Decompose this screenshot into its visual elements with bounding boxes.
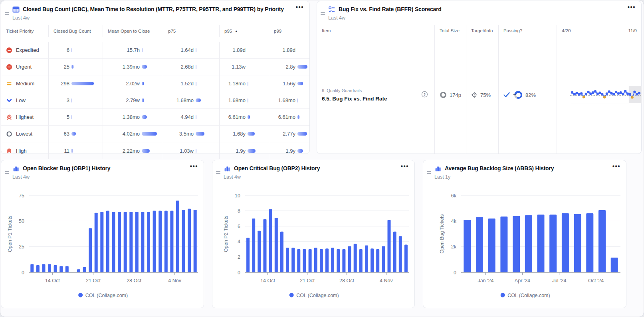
svg-text:Jul '24: Jul '24 (552, 278, 567, 284)
panel-title: Open Critical Bug (OBP2) History (234, 165, 320, 171)
legend-label[interactable]: COL (Collage.com) (296, 293, 339, 298)
bar (549, 215, 557, 272)
svg-text:0: 0 (22, 270, 24, 276)
fail-point (631, 96, 633, 98)
pass-point (624, 90, 626, 93)
svg-text:Open Bug Tickets: Open Bug Tickets (439, 214, 445, 254)
magnitude-bar (71, 98, 72, 102)
panel-menu-button[interactable]: ••• (296, 4, 304, 10)
drag-handle-icon[interactable] (321, 12, 325, 16)
metric-cell: 1.68mo (163, 92, 219, 109)
metric-cell: 1.38mo (103, 109, 163, 126)
svg-text:?: ? (424, 92, 426, 96)
priority-label: Medium (16, 81, 34, 87)
bar (89, 228, 92, 272)
passing-cell: 82% (498, 36, 557, 154)
magnitude-bar (71, 149, 73, 153)
magnitude-bar (248, 132, 255, 136)
svg-text:28 Oct: 28 Oct (127, 278, 141, 284)
minus-circle-icon (6, 47, 12, 53)
bar (586, 213, 593, 272)
bar (65, 266, 69, 272)
panel-menu-button[interactable]: ••• (401, 163, 409, 169)
bffr-trend-sparkline[interactable] (570, 86, 642, 104)
bar (170, 211, 173, 272)
drag-handle-icon[interactable] (427, 171, 431, 175)
magnitude-bar (71, 132, 76, 136)
metric-cell: 2.77y (269, 126, 309, 142)
magnitude-bar (196, 65, 196, 69)
panel-menu-button[interactable]: ••• (628, 4, 636, 10)
metric-value: 4.02mo (108, 131, 140, 137)
svg-text:28 Oct: 28 Oct (339, 278, 354, 284)
drag-handle-icon[interactable] (5, 171, 9, 175)
bar (42, 264, 46, 272)
legend-label[interactable]: COL (Collage.com) (507, 293, 550, 298)
bar (303, 249, 306, 272)
bar (476, 217, 483, 272)
bar (77, 269, 80, 272)
column-header-p95[interactable]: p95▲ (219, 25, 269, 37)
scorecard-item-cell: 6. Quality Guardrails 6.5. Bug Fix vs. F… (317, 36, 434, 154)
svg-text:4 Nov: 4 Nov (168, 278, 181, 284)
bar (124, 212, 127, 272)
legend-marker[interactable] (501, 293, 505, 297)
bar (291, 248, 295, 272)
column-header-target[interactable]: Target/Info (466, 25, 498, 36)
bar (141, 212, 144, 272)
bar (464, 220, 471, 272)
legend-label[interactable]: COL (Collage.com) (85, 293, 128, 298)
item-group-label: 6. Quality Guardrails (322, 88, 387, 93)
column-header-p75[interactable]: p75 (163, 25, 219, 37)
legend-marker[interactable] (289, 293, 294, 297)
bar (309, 249, 312, 272)
magnitude-bar (196, 98, 201, 102)
bar (252, 219, 255, 272)
column-header-item[interactable]: Item (317, 25, 434, 36)
column-header-ticket-priority[interactable]: Ticket Priority (1, 25, 48, 37)
metric-value: 1.64d (168, 47, 194, 53)
metric-cell: 2.8y (269, 59, 309, 75)
fail-point (603, 96, 606, 98)
metric-cell: 1.68mo (219, 92, 269, 109)
bar (153, 211, 156, 272)
bar (30, 264, 34, 272)
item-name[interactable]: 6.5. Bug Fix vs. Find Rate (322, 96, 387, 102)
obp2-chart: 0246810Open P2 Tickets14 Oct21 Oct28 Oct… (212, 184, 414, 308)
bar (574, 214, 581, 272)
bar (393, 232, 396, 272)
priority-label: Low (16, 97, 26, 103)
column-header-closed-bug-count[interactable]: Closed Bug Count (48, 25, 103, 37)
metric-cell: 1.03w (163, 142, 219, 159)
magnitude-bar (196, 82, 196, 86)
total-size-cell: 174p (434, 36, 466, 154)
drag-handle-icon[interactable] (5, 12, 9, 16)
bar (513, 216, 520, 273)
panel-menu-button[interactable]: ••• (190, 163, 198, 169)
panel-subtitle: Last 1y (434, 174, 450, 180)
metric-value: 3 (54, 97, 69, 103)
column-header-trend[interactable]: 4/20 11/9 (557, 25, 642, 36)
bar (54, 265, 57, 272)
bar (112, 212, 115, 272)
help-icon[interactable]: ? (421, 91, 428, 99)
column-header-p99[interactable]: p99 (269, 25, 309, 37)
legend-marker[interactable] (78, 293, 83, 297)
target-icon (471, 92, 478, 98)
panel-menu-button[interactable]: ••• (612, 163, 620, 169)
metric-cell: 63 (48, 126, 103, 142)
bar (258, 231, 261, 272)
table-icon (12, 6, 20, 13)
svg-text:0: 0 (454, 270, 456, 276)
column-header-passing[interactable]: Passing? (498, 25, 557, 36)
metric-cell: 1.68mo (269, 92, 309, 109)
pass-point (622, 93, 624, 95)
target-value: 75% (480, 92, 491, 98)
pass-point (580, 92, 583, 95)
panel-subtitle: Last 4w (224, 174, 241, 180)
drag-handle-icon[interactable] (216, 171, 220, 175)
column-header-mean-open-to-close[interactable]: Mean Open to Close (103, 25, 163, 37)
column-header-total-size[interactable]: Total Size (434, 25, 466, 36)
panel-subtitle: Last 4w (12, 174, 30, 180)
magnitude-bar (297, 149, 303, 153)
